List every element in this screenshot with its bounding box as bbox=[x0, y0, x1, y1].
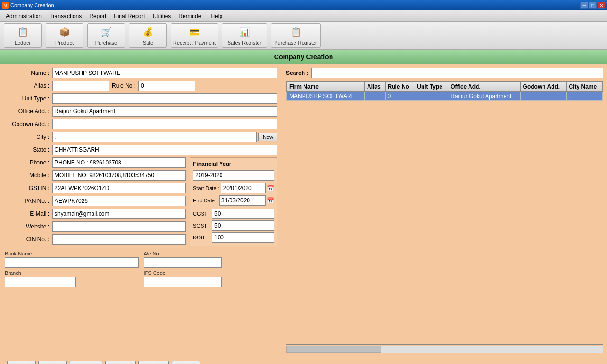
office-add-row: Office Add. : bbox=[5, 106, 277, 117]
pan-row: PAN No. : bbox=[5, 196, 186, 206]
table-cell-2: 0 bbox=[385, 92, 414, 101]
end-date-input[interactable] bbox=[219, 195, 266, 206]
toolbar-sales-register[interactable]: 📊 Sales Register bbox=[222, 23, 267, 48]
city-select[interactable]: . bbox=[52, 132, 257, 142]
menu-reminder[interactable]: Reminder bbox=[175, 12, 207, 20]
branch-input[interactable] bbox=[5, 277, 76, 287]
city-label: City : bbox=[5, 134, 52, 140]
menu-report[interactable]: Report bbox=[85, 12, 110, 20]
city-row: City : . New bbox=[5, 132, 277, 142]
table-container: Firm Name Alias Rule No Unit Type Office… bbox=[286, 81, 603, 345]
action-buttons-area: New Save Update Delete Select Exit bbox=[0, 357, 607, 364]
table-cell-3 bbox=[414, 92, 448, 101]
phone-input[interactable] bbox=[52, 157, 186, 168]
toolbar-receipt-payment[interactable]: 💳 Receipt / Payment bbox=[171, 23, 218, 48]
godown-add-label: Godown Add. : bbox=[5, 121, 52, 127]
phone-label: Phone : bbox=[5, 159, 52, 166]
toolbar-purchase[interactable]: 🛒 Purchase bbox=[87, 23, 125, 48]
th-alias: Alias bbox=[365, 82, 385, 92]
pan-input[interactable] bbox=[52, 196, 186, 206]
select-button[interactable]: Select bbox=[138, 361, 168, 364]
office-add-input[interactable] bbox=[52, 106, 277, 117]
mobile-row: Mobile : bbox=[5, 170, 186, 181]
city-new-button[interactable]: New bbox=[258, 133, 277, 141]
update-button[interactable]: Update bbox=[70, 361, 102, 364]
menu-transactions[interactable]: Transactions bbox=[46, 12, 85, 20]
save-button[interactable]: Save bbox=[38, 361, 67, 364]
phone-row: Phone : bbox=[5, 157, 186, 168]
ac-no-input[interactable] bbox=[144, 257, 222, 268]
website-input[interactable] bbox=[52, 221, 186, 232]
app-icon: M bbox=[2, 2, 9, 9]
main-content: Name : Alias : Rule No : Unit Type : Off… bbox=[0, 64, 607, 357]
table-cell-0: MANPUSHP SOFTWARE bbox=[287, 92, 365, 101]
mobile-input[interactable] bbox=[52, 170, 186, 181]
cin-input[interactable] bbox=[52, 234, 186, 245]
receipt-icon: 💳 bbox=[188, 26, 201, 39]
cgst-input[interactable] bbox=[212, 209, 274, 219]
menu-final-report[interactable]: Final Report bbox=[110, 12, 148, 20]
title-bar: M Company Creation ─ □ ✕ bbox=[0, 0, 607, 10]
name-input[interactable] bbox=[52, 68, 277, 78]
email-row: E-Mail : bbox=[5, 209, 186, 219]
start-date-input[interactable] bbox=[221, 183, 266, 193]
cin-row: CIN No. : bbox=[5, 234, 186, 245]
table-cell-1 bbox=[365, 92, 385, 101]
cgst-label: CGST bbox=[193, 211, 210, 217]
state-select[interactable]: CHHATTISGARH bbox=[52, 145, 277, 155]
branch-label: Branch bbox=[5, 270, 139, 276]
purchase-icon: 🛒 bbox=[100, 26, 113, 39]
table-row[interactable]: MANPUSHP SOFTWARE0Raipur Gokul Apartment… bbox=[287, 92, 603, 101]
ifs-code-input[interactable] bbox=[144, 277, 222, 287]
exit-button[interactable]: Exit bbox=[172, 361, 200, 364]
minimize-button[interactable]: ─ bbox=[580, 2, 588, 9]
website-row: Website : bbox=[5, 221, 186, 232]
toolbar-sale[interactable]: 💰 Sale bbox=[129, 23, 167, 48]
th-firm-name: Firm Name bbox=[287, 82, 365, 92]
unit-type-label: Unit Type : bbox=[5, 95, 52, 102]
start-date-calendar-icon[interactable]: 📅 bbox=[267, 185, 274, 191]
new-button[interactable]: New bbox=[7, 361, 36, 364]
toolbar-ledger[interactable]: 📋 Ledger bbox=[4, 23, 42, 48]
igst-input[interactable] bbox=[212, 232, 274, 243]
unit-type-input[interactable] bbox=[52, 93, 277, 104]
financial-year-title: Financial Year bbox=[193, 161, 274, 167]
right-panel: Search : Firm Name Alias Rule No Unit Ty… bbox=[282, 64, 607, 357]
ac-no-label: A/c No. bbox=[144, 251, 278, 256]
sgst-input[interactable] bbox=[212, 220, 274, 231]
alias-row: Alias : Rule No : bbox=[5, 81, 277, 91]
sgst-label: SGST bbox=[193, 223, 210, 228]
ifs-code-label: IFS Code bbox=[144, 270, 278, 276]
godown-add-input[interactable] bbox=[52, 119, 277, 129]
gstin-input[interactable] bbox=[52, 183, 186, 193]
search-input[interactable] bbox=[311, 68, 603, 78]
cin-label: CIN No. : bbox=[5, 236, 52, 243]
email-input[interactable] bbox=[52, 209, 186, 219]
product-icon: 📦 bbox=[58, 26, 71, 39]
menu-help[interactable]: Help bbox=[207, 12, 226, 20]
delete-button[interactable]: Delete bbox=[105, 361, 136, 364]
website-label: Website : bbox=[5, 223, 52, 230]
search-row: Search : bbox=[286, 68, 603, 78]
bank-name-select[interactable] bbox=[5, 257, 139, 268]
financial-year-input[interactable] bbox=[193, 170, 274, 181]
end-date-calendar-icon[interactable]: 📅 bbox=[267, 197, 274, 204]
toolbar-purchase-register[interactable]: 📋 Purchase Register bbox=[271, 23, 321, 48]
rule-no-input[interactable] bbox=[138, 81, 195, 91]
menu-administration[interactable]: Administration bbox=[2, 12, 46, 20]
table-cell-4: Raipur Gokul Apartment bbox=[448, 92, 520, 101]
pan-label: PAN No. : bbox=[5, 198, 52, 204]
toolbar-product[interactable]: 📦 Product bbox=[46, 23, 83, 48]
menu-bar: Administration Transactions Report Final… bbox=[0, 10, 607, 22]
menu-utilities[interactable]: Utilities bbox=[149, 12, 175, 20]
gstin-label: GSTIN : bbox=[5, 185, 52, 191]
th-rule-no: Rule No bbox=[385, 82, 414, 92]
start-date-label: Start Date : bbox=[193, 185, 220, 191]
toolbar: 📋 Ledger 📦 Product 🛒 Purchase 💰 Sale 💳 R… bbox=[0, 22, 607, 50]
gstin-row: GSTIN : bbox=[5, 183, 186, 193]
maximize-button[interactable]: □ bbox=[589, 2, 597, 9]
close-button[interactable]: ✕ bbox=[598, 2, 605, 9]
th-unit-type: Unit Type bbox=[414, 82, 448, 92]
rule-no-label: Rule No : bbox=[109, 82, 138, 89]
alias-input[interactable] bbox=[52, 81, 109, 91]
